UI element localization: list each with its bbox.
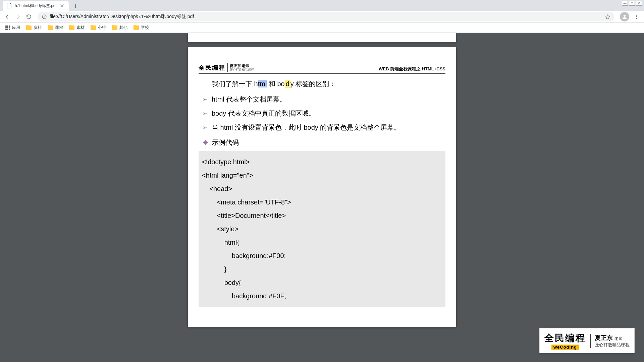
example-heading: 示例代码 — [203, 138, 445, 147]
file-icon — [7, 3, 12, 8]
code-line: <meta charset="UTF-8"> — [202, 195, 442, 209]
code-line: <style> — [202, 222, 442, 236]
folder-icon — [69, 25, 74, 30]
folder-icon — [48, 25, 53, 30]
browser-window: 5.1 html和body标签.pdf — □ ✕ file:///C — [0, 0, 644, 362]
chevron-right-icon: ➢ — [203, 109, 207, 118]
watermark-overlay: 全民编程 weCoding 夏正东 老师 匠心打造精品课程 — [539, 328, 635, 353]
bullet-list: ➢html 代表整个文档屏幕。 ➢body 代表文档中真正的数据区域。 ➢当 h… — [203, 94, 445, 133]
pdf-scroll-area[interactable]: 全民编程 夏正东 老师 匠心打造精品课程 WEB 前端全栈课程之 HTML+CS… — [0, 33, 644, 362]
doc-header: 全民编程 夏正东 老师 匠心打造精品课程 WEB 前端全栈课程之 HTML+CS… — [199, 63, 445, 74]
bookmark-folder[interactable]: 课程 — [45, 23, 66, 32]
svg-point-1 — [624, 15, 626, 17]
menu-button[interactable] — [632, 12, 641, 21]
folder-icon — [112, 25, 117, 30]
profile-button[interactable] — [620, 12, 629, 21]
back-button[interactable] — [3, 12, 12, 21]
tab-title: 5.1 html和body标签.pdf — [15, 3, 57, 9]
list-item: ➢html 代表整个文档屏幕。 — [203, 94, 445, 105]
apps-button[interactable]: 应用 — [3, 23, 23, 32]
chevron-right-icon: ➢ — [203, 95, 207, 104]
bookmark-folder[interactable]: 资料 — [23, 23, 44, 32]
brand-sub: 夏正东 老师 匠心打造精品课程 — [227, 63, 254, 72]
window-controls: — □ ✕ — [620, 0, 644, 7]
star-icon[interactable] — [605, 14, 610, 19]
maximize-button[interactable]: □ — [629, 1, 635, 6]
folder-icon — [91, 25, 96, 30]
close-icon[interactable] — [59, 3, 65, 8]
toolbar: file:///C:/Users/Administrator/Desktop/p… — [0, 11, 644, 23]
svg-point-4 — [636, 18, 637, 19]
minimize-button[interactable]: — — [622, 1, 628, 6]
example-label: 示例代码 — [212, 138, 239, 147]
code-line: <head> — [202, 182, 442, 195]
code-line: background:#F00; — [202, 249, 442, 262]
code-line: body{ — [202, 276, 442, 289]
code-line: background:#F0F; — [202, 289, 442, 303]
browser-tab[interactable]: 5.1 html和body标签.pdf — [3, 1, 69, 11]
chevron-right-icon: ➢ — [203, 123, 207, 132]
svg-point-3 — [636, 16, 637, 17]
info-icon[interactable] — [42, 14, 47, 19]
bookmark-folder[interactable]: 素材 — [66, 23, 87, 32]
bookmark-folder[interactable]: 学校 — [131, 23, 152, 32]
pdf-page-previous — [188, 33, 456, 42]
apps-label: 应用 — [12, 25, 20, 31]
list-item: ➢body 代表文档中真正的数据区域。 — [203, 108, 445, 119]
header-course: WEB 前端全栈课程之 HTML+CSS — [379, 66, 445, 72]
url-text: file:///C:/Users/Administrator/Desktop/p… — [50, 14, 602, 20]
tab-strip: 5.1 html和body标签.pdf — □ ✕ — [0, 0, 644, 11]
pdf-viewport: 全民编程 夏正东 老师 匠心打造精品课程 WEB 前端全栈课程之 HTML+CS… — [0, 33, 644, 362]
code-line: html{ — [202, 236, 442, 249]
bookmarks-bar: 应用 资料 课程 素材 心得 其他 学校 — [0, 23, 644, 33]
list-item: ➢当 html 没有设置背景色，此时 body 的背景色是文档整个屏幕。 — [203, 122, 445, 133]
svg-point-2 — [636, 15, 637, 16]
code-block: <!doctype html> <html lang="en"> <head> … — [199, 151, 445, 307]
folder-icon — [26, 25, 32, 30]
forward-button[interactable] — [13, 12, 23, 21]
close-window-button[interactable]: ✕ — [636, 1, 642, 6]
example-icon — [203, 139, 209, 145]
intro-text: 我们了解一下 html 和 body 标签的区别： — [212, 78, 445, 89]
brand-name: 全民编程 — [199, 64, 225, 72]
apps-icon — [5, 25, 10, 30]
highlight-cursor: d — [285, 80, 290, 88]
code-line: <title>Document</title> — [202, 209, 442, 222]
brand-logo: 全民编程 夏正东 老师 匠心打造精品课程 — [199, 63, 254, 72]
code-line: <html lang="en"> — [202, 169, 442, 182]
folder-icon — [133, 25, 139, 30]
address-bar[interactable]: file:///C:/Users/Administrator/Desktop/p… — [38, 12, 614, 21]
bookmark-folder[interactable]: 其他 — [109, 23, 130, 32]
pdf-page: 全民编程 夏正东 老师 匠心打造精品课程 WEB 前端全栈课程之 HTML+CS… — [188, 47, 456, 327]
code-line: <!doctype html> — [202, 155, 442, 169]
watermark-brand: 全民编程 weCoding — [544, 332, 586, 350]
reload-button[interactable] — [24, 12, 34, 21]
bookmark-folder[interactable]: 心得 — [88, 23, 109, 32]
text-selection: tml — [258, 80, 267, 87]
new-tab-button[interactable] — [71, 1, 80, 11]
watermark-author: 夏正东 老师 匠心打造精品课程 — [590, 334, 630, 348]
code-line: } — [202, 262, 442, 276]
